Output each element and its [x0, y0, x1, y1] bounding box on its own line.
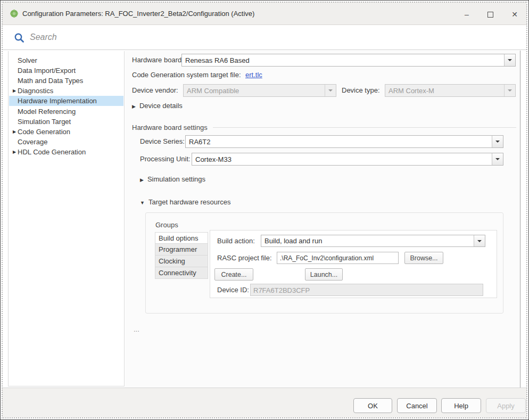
sidebar-item-solver[interactable]: Solver — [9, 55, 123, 65]
sidebar-item-label: Hardware Implementation — [18, 97, 97, 105]
section-rule — [213, 127, 516, 128]
sidebar-item-hdl-code-generation[interactable]: ▶HDL Code Generation — [9, 147, 123, 157]
search-input[interactable]: Search — [30, 32, 57, 42]
section-title: Hardware board settings — [132, 123, 208, 131]
target-file-label: Code Generation system target file: — [132, 71, 241, 79]
groups-tab-list: Build options Programmer Clocking Connec… — [155, 232, 208, 279]
simulation-settings-expander[interactable]: ▶Simulation settings — [140, 175, 205, 183]
ok-button[interactable]: OK — [353, 398, 392, 413]
device-type-value: ARM Cortex-M — [385, 85, 504, 96]
search-bar[interactable]: Search — [2, 26, 527, 50]
tab-clocking[interactable]: Clocking — [155, 256, 208, 267]
sidebar-item-diagnostics[interactable]: ▶Diagnostics — [9, 86, 123, 96]
sidebar-item-math-and-data-types[interactable]: Math and Data Types — [9, 76, 123, 86]
maximize-icon — [487, 12, 493, 18]
device-details-label: Device details — [139, 102, 183, 110]
main-panel-right-border — [520, 51, 520, 388]
device-id-field: R7FA6T2BD3CFP — [250, 284, 483, 296]
device-series-dropdown[interactable]: RA6T2 — [185, 135, 503, 148]
device-vendor-label: Device vendor: — [132, 86, 178, 94]
sidebar-item-label: Code Generation — [18, 128, 70, 136]
device-details-expander[interactable]: ▶Device details — [132, 102, 183, 110]
device-series-label: Device Series: — [140, 137, 185, 145]
sidebar-item-simulation-target[interactable]: Simulation Target — [9, 117, 123, 127]
target-hardware-resources-expander[interactable]: ▼Target hardware resources — [140, 198, 231, 206]
expand-arrow-icon: ▶ — [9, 88, 18, 93]
device-vendor-value: ARM Compatible — [184, 85, 325, 96]
sidebar-item-label: Model Referencing — [18, 108, 76, 116]
expanded-arrow-icon: ▼ — [140, 200, 145, 205]
target-hardware-resources-label: Target hardware resources — [148, 198, 231, 206]
sidebar-item-label: HDL Code Generation — [18, 148, 86, 156]
dropdown-arrow-icon[interactable] — [504, 54, 515, 66]
dropdown-arrow-icon[interactable] — [474, 235, 485, 246]
sidebar-item-label: Simulation Target — [18, 118, 71, 126]
close-button[interactable]: ✕ — [507, 7, 523, 22]
category-tree: Solver Data Import/Export Math and Data … — [8, 51, 125, 386]
hardware-board-label: Hardware board: — [132, 56, 184, 64]
dropdown-arrow-icon[interactable] — [492, 153, 503, 165]
help-button[interactable]: Help — [441, 398, 481, 413]
sidebar-item-label: Solver — [18, 56, 37, 64]
sidebar-item-label: Diagnostics — [18, 87, 53, 95]
title-bar[interactable]: Configuration Parameters: RA_FOC_Inverte… — [2, 2, 527, 25]
device-series-value: RA6T2 — [186, 136, 492, 147]
dialog-button-bar: OK Cancel Help Apply — [2, 388, 527, 417]
search-icon — [14, 32, 24, 43]
target-file-link[interactable]: ert.tlc — [245, 71, 262, 79]
hardware-board-settings-header: Hardware board settings — [132, 123, 516, 131]
sidebar-item-code-generation[interactable]: ▶Code Generation — [9, 127, 123, 137]
collapsed-arrow-icon: ▶ — [140, 177, 144, 183]
sidebar-item-label: Data Import/Export — [18, 67, 76, 75]
dropdown-arrow-icon — [325, 85, 336, 96]
launch-button[interactable]: Launch... — [305, 268, 343, 281]
close-icon: ✕ — [511, 10, 518, 19]
groups-title: Groups — [155, 221, 178, 229]
build-action-dropdown[interactable]: Build, load and run — [261, 235, 485, 247]
app-gear-icon — [10, 9, 19, 18]
processing-unit-label: Processing Unit: — [140, 155, 191, 163]
cancel-button[interactable]: Cancel — [397, 398, 437, 413]
sidebar-item-coverage[interactable]: Coverage — [9, 137, 123, 147]
tab-programmer[interactable]: Programmer — [155, 244, 208, 256]
minimize-button[interactable]: – — [459, 7, 475, 22]
window-title: Configuration Parameters: RA_FOC_Inverte… — [22, 10, 254, 18]
expand-arrow-icon: ▶ — [9, 129, 18, 134]
device-id-label: Device ID: — [217, 286, 249, 294]
sidebar-item-model-referencing[interactable]: Model Referencing — [9, 106, 123, 117]
sidebar-item-hardware-implementation[interactable]: Hardware Implementation — [9, 96, 123, 106]
sidebar-item-data-import-export[interactable]: Data Import/Export — [9, 65, 123, 76]
processing-unit-dropdown[interactable]: Cortex-M33 — [192, 153, 503, 166]
device-vendor-dropdown: ARM Compatible — [183, 84, 336, 97]
apply-button: Apply — [486, 398, 526, 413]
device-type-dropdown: ARM Cortex-M — [385, 84, 516, 97]
rasc-project-file-label: RASC project file: — [217, 254, 272, 262]
create-button[interactable]: Create... — [214, 268, 253, 281]
build-options-panel: Build action: Build, load and run RASC p… — [210, 230, 497, 298]
build-action-label: Build action: — [217, 237, 255, 245]
sidebar-item-label: Coverage — [18, 138, 47, 146]
maximize-button[interactable] — [482, 7, 498, 22]
sidebar-item-label: Math and Data Types — [18, 77, 83, 85]
minimize-icon: – — [465, 10, 469, 19]
device-type-label: Device type: — [342, 86, 380, 94]
truncated-text: ... — [134, 325, 139, 333]
collapsed-arrow-icon: ▶ — [132, 104, 136, 109]
dropdown-arrow-icon[interactable] — [492, 136, 503, 147]
tab-connectivity[interactable]: Connectivity — [155, 267, 208, 279]
simulation-settings-label: Simulation settings — [147, 175, 205, 183]
rasc-project-file-field[interactable]: .\RA_FoC_Inv2\configuration.xml — [277, 252, 399, 264]
configuration-parameters-dialog: Configuration Parameters: RA_FOC_Inverte… — [0, 0, 529, 420]
expand-arrow-icon: ▶ — [9, 150, 18, 154]
build-action-value: Build, load and run — [261, 235, 474, 246]
dropdown-arrow-icon — [504, 85, 515, 96]
tab-build-options[interactable]: Build options — [155, 232, 208, 244]
target-hardware-resources-group: Groups Build options Programmer Clocking… — [145, 212, 503, 314]
hardware-board-value: Renesas RA6 Based — [182, 54, 504, 66]
browse-button[interactable]: Browse... — [404, 252, 443, 264]
processing-unit-value: Cortex-M33 — [192, 153, 492, 165]
hardware-board-dropdown[interactable]: Renesas RA6 Based — [181, 54, 516, 67]
